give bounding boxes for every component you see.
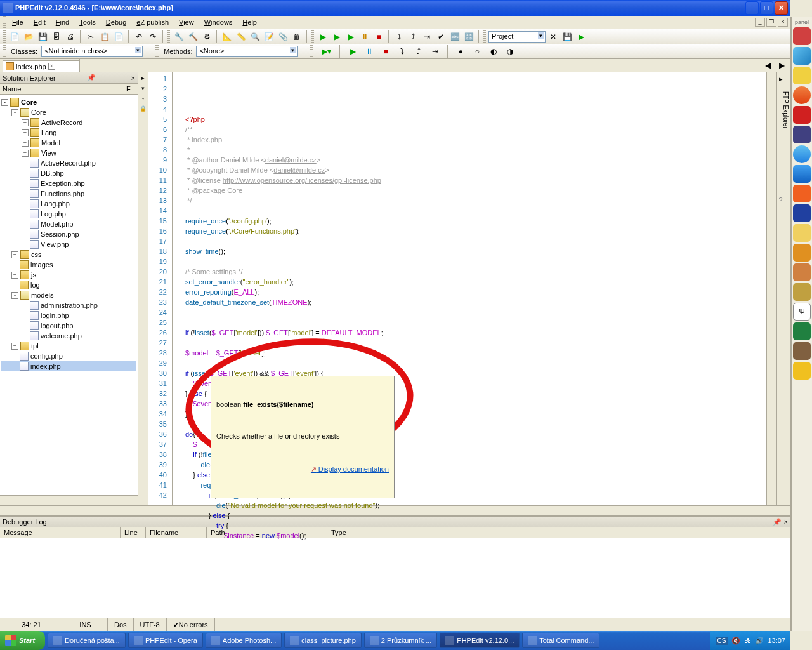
ie-icon[interactable] (793, 165, 811, 183)
menu-find[interactable]: Find (51, 17, 74, 27)
tree-folder[interactable]: +css (1, 249, 136, 260)
code-editor[interactable]: 1234567891011121314151617181920212223242… (148, 72, 776, 505)
pin-icon[interactable]: 📌 (773, 518, 782, 526)
tool-icon[interactable]: 🔍 (249, 30, 261, 43)
tree-file[interactable]: ActiveRecord.php (1, 158, 136, 168)
tree-file[interactable]: DB.php (1, 168, 136, 178)
breakpoint-icon[interactable]: ◐ (487, 45, 500, 58)
tree-folder[interactable]: +View (1, 148, 136, 158)
app-icon[interactable] (793, 283, 811, 301)
tool-icon[interactable]: 🔤 (449, 30, 461, 43)
project-close-icon[interactable]: ✕ (547, 30, 560, 43)
debug-icon[interactable]: ⇥ (421, 30, 433, 43)
debug-stop-icon[interactable]: ■ (372, 30, 385, 43)
fold-column[interactable] (173, 72, 181, 505)
save-all-icon[interactable]: 🗄 (50, 30, 63, 43)
tool-icon[interactable]: ▸ (779, 75, 789, 85)
tree-folder[interactable]: +ActiveRecord (1, 117, 136, 128)
help-icon[interactable]: ? (779, 196, 789, 206)
undo-icon[interactable]: ↶ (133, 30, 145, 43)
tab-prev-icon[interactable]: ◀ (761, 59, 774, 72)
tool-icon[interactable]: 🔧 (173, 30, 185, 43)
clock[interactable]: 13:07 (768, 637, 785, 644)
step-over-icon[interactable]: ⤴ (412, 45, 425, 58)
debugger-body[interactable] (0, 538, 790, 618)
tab-close-icon[interactable]: × (48, 63, 55, 70)
taskbar-app[interactable]: Adobe Photosh... (206, 633, 282, 648)
taskbar-app[interactable]: PHPEdit v2.12.0... (440, 633, 520, 648)
tool-icon[interactable]: 📐 (221, 30, 233, 43)
project-save-icon[interactable]: 💾 (561, 30, 573, 43)
new-icon[interactable]: 📄 (8, 30, 21, 43)
methods-combo[interactable]: <None> (196, 46, 298, 57)
tree-file[interactable]: Session.php (1, 229, 136, 239)
mdi-minimize[interactable]: _ (755, 18, 765, 27)
app-icon[interactable] (793, 362, 811, 380)
close-button[interactable]: ✕ (775, 1, 788, 15)
menu-tools[interactable]: Tools (74, 17, 101, 27)
start-button[interactable]: Start (0, 631, 45, 650)
taskbar-app[interactable]: 2 Průzkumník ... (364, 633, 437, 648)
tree-folder[interactable]: +Lang (1, 128, 136, 138)
psi-icon[interactable]: Ψ (793, 303, 811, 321)
debug-run-icon[interactable]: ▶ (317, 30, 329, 43)
open-icon[interactable]: 📂 (22, 30, 35, 43)
code-area[interactable]: boolean file_exists($filename) Checks wh… (181, 72, 766, 505)
tree-file[interactable]: Model.php (1, 219, 136, 229)
project-run-icon[interactable]: ▶ (575, 30, 587, 43)
app-icon[interactable] (793, 126, 811, 143)
tool-icon[interactable]: ▾ (140, 85, 147, 93)
tool-icon[interactable]: 🔠 (462, 30, 475, 43)
run-icon[interactable]: ▶▾ (318, 45, 334, 58)
col-f[interactable]: F (126, 85, 135, 93)
menu-edit[interactable]: Edit (29, 17, 51, 27)
paste-icon[interactable]: 📄 (112, 30, 125, 43)
col-name[interactable]: Name (3, 85, 126, 93)
app-icon[interactable] (793, 244, 811, 262)
breakpoint-icon[interactable]: ◑ (504, 45, 516, 58)
cut-icon[interactable]: ✂ (84, 30, 97, 43)
tree-file[interactable]: index.php (1, 361, 136, 371)
mdi-close[interactable]: × (778, 18, 788, 27)
app-icon[interactable] (793, 47, 811, 65)
menu-ez-publish[interactable]: eZ publish (131, 17, 174, 27)
debug-pause-icon[interactable]: ⏸ (358, 30, 371, 43)
tool-icon[interactable]: 📏 (235, 30, 247, 43)
language-indicator[interactable]: CS (716, 637, 728, 645)
step-icon[interactable]: ▶ (346, 45, 359, 58)
tree-folder[interactable]: +Model (1, 138, 136, 148)
tool-icon[interactable]: 📎 (277, 30, 289, 43)
tool-icon[interactable]: ▸ (140, 75, 147, 83)
tree-file[interactable]: View.php (1, 239, 136, 249)
debug-icon[interactable]: ⤴ (407, 30, 419, 43)
tool-icon[interactable]: ◦ (140, 95, 147, 103)
grip[interactable] (3, 16, 6, 29)
editor-tab[interactable]: index.php× (3, 60, 80, 72)
tree-folder[interactable]: -models (1, 290, 136, 300)
tree-folder[interactable]: -Core (1, 107, 136, 117)
tree-folder[interactable]: images (1, 260, 136, 270)
print-icon[interactable]: 🖨 (64, 30, 77, 43)
save-icon[interactable] (793, 204, 811, 222)
taskbar-app[interactable]: Total Command... (522, 633, 599, 648)
tree-file[interactable]: administration.php (1, 300, 136, 310)
step-out-icon[interactable]: ⇥ (429, 45, 442, 58)
project-combo[interactable]: Project (488, 31, 546, 43)
pane-close-icon[interactable]: × (784, 518, 788, 526)
tray-icon[interactable]: 🔊 (755, 637, 764, 645)
col-message[interactable]: Message (0, 527, 121, 538)
tree-folder[interactable]: +js (1, 270, 136, 280)
file-tree[interactable]: -Core -Core+ActiveRecord+Lang+Model+View… (0, 95, 138, 495)
app-icon[interactable] (793, 67, 811, 84)
skype-icon[interactable] (793, 145, 811, 163)
tray-icon[interactable]: 🔇 (731, 637, 740, 645)
mdi-restore[interactable]: ❐ (766, 18, 776, 27)
ftp-explorer-tab[interactable]: FTP Explorer (779, 88, 789, 133)
menu-view[interactable]: View (174, 17, 199, 27)
save-icon[interactable]: 💾 (36, 30, 49, 43)
spellcheck-icon[interactable]: ✔ (435, 30, 447, 43)
breakpoint-icon[interactable]: ● (454, 45, 467, 58)
firefox-icon[interactable] (793, 86, 811, 104)
tool-icon[interactable]: 📝 (263, 30, 275, 43)
col-line[interactable]: Line (121, 527, 146, 538)
